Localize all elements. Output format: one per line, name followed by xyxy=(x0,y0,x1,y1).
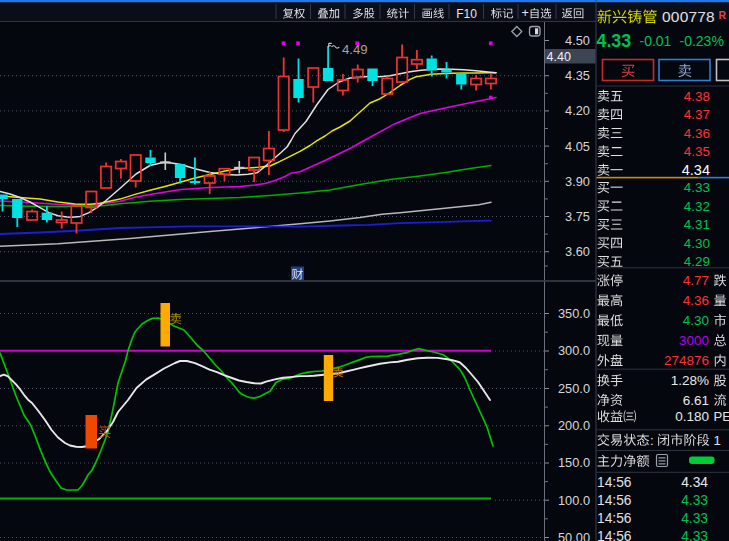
svg-text:14:56: 14:56 xyxy=(597,529,632,541)
svg-text:1.28%: 1.28% xyxy=(671,373,709,388)
svg-text:-0.01: -0.01 xyxy=(640,33,672,49)
svg-text:200.0: 200.0 xyxy=(558,418,590,433)
svg-text:300.0: 300.0 xyxy=(558,343,590,358)
svg-text:4.35: 4.35 xyxy=(684,144,710,159)
svg-text:4.31: 4.31 xyxy=(684,217,710,232)
svg-text:4.33: 4.33 xyxy=(597,31,632,51)
svg-text:6.61: 6.61 xyxy=(683,393,709,408)
svg-text:3000: 3000 xyxy=(679,333,709,348)
svg-text:4.40: 4.40 xyxy=(547,50,571,64)
svg-text:4.36: 4.36 xyxy=(683,293,709,308)
svg-text:4.20: 4.20 xyxy=(565,103,590,118)
svg-text:3.60: 3.60 xyxy=(565,244,590,259)
svg-text:4.77: 4.77 xyxy=(683,273,709,288)
svg-text:14:56: 14:56 xyxy=(597,493,632,508)
svg-text:100.0: 100.0 xyxy=(558,493,590,508)
svg-text:4.49: 4.49 xyxy=(342,42,368,57)
svg-text:4.36: 4.36 xyxy=(684,126,710,141)
svg-text:14:56: 14:56 xyxy=(597,511,632,526)
svg-text:4.30: 4.30 xyxy=(684,236,710,251)
svg-text:4.33: 4.33 xyxy=(684,180,710,195)
svg-text:3.75: 3.75 xyxy=(565,209,590,224)
svg-text:4.34: 4.34 xyxy=(681,475,708,490)
svg-text:4.29: 4.29 xyxy=(684,254,710,269)
svg-text:50.00: 50.00 xyxy=(558,530,590,541)
svg-text:PE: PE xyxy=(714,409,729,424)
svg-text:4.35: 4.35 xyxy=(565,68,590,83)
svg-text:4.33: 4.33 xyxy=(681,493,708,508)
svg-text:+: + xyxy=(522,6,529,20)
svg-text:4.38: 4.38 xyxy=(684,89,710,104)
svg-text:150.0: 150.0 xyxy=(558,455,590,470)
svg-text:1: 1 xyxy=(714,433,721,448)
svg-text:4.37: 4.37 xyxy=(684,107,710,122)
svg-text:R: R xyxy=(719,9,727,21)
svg-text:350.0: 350.0 xyxy=(558,306,590,321)
svg-text:250.0: 250.0 xyxy=(558,381,590,396)
svg-text:4.30: 4.30 xyxy=(683,313,709,328)
svg-text:4.33: 4.33 xyxy=(681,529,708,541)
svg-text:F10: F10 xyxy=(456,7,477,21)
svg-text:-0.23%: -0.23% xyxy=(680,33,724,49)
svg-text:4.05: 4.05 xyxy=(565,139,590,154)
svg-text:4.34: 4.34 xyxy=(682,162,710,178)
svg-text:0.180: 0.180 xyxy=(675,409,709,424)
svg-text:000778: 000778 xyxy=(662,8,715,25)
svg-text:274876: 274876 xyxy=(664,353,709,368)
svg-text::: : xyxy=(650,433,654,448)
svg-text:4.32: 4.32 xyxy=(684,199,710,214)
svg-text:4.50: 4.50 xyxy=(565,33,590,48)
svg-text:14:56: 14:56 xyxy=(597,475,632,490)
svg-text:4.33: 4.33 xyxy=(681,511,708,526)
svg-text:3.90: 3.90 xyxy=(565,174,590,189)
